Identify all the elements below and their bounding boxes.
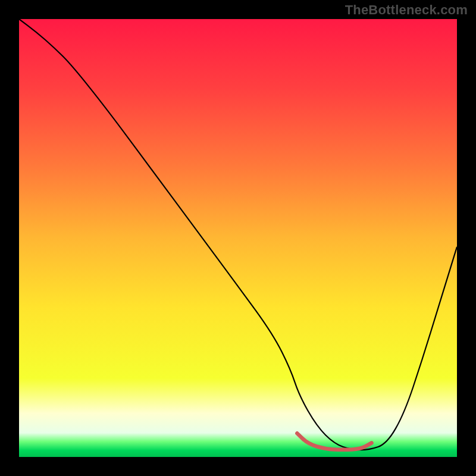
chart-container: TheBottleneck.com — [0, 0, 476, 476]
gradient-rect — [19, 19, 457, 457]
plot-background — [19, 19, 457, 457]
watermark-label: TheBottleneck.com — [345, 2, 468, 18]
